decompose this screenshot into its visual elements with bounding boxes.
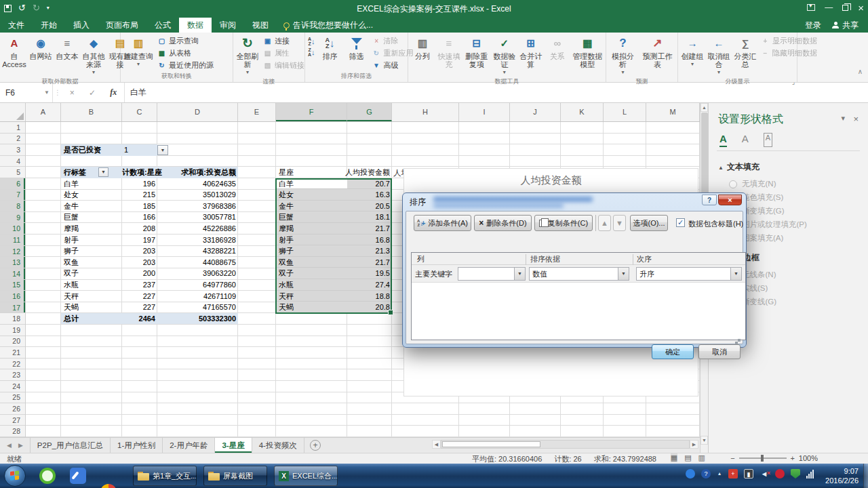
pivot-row[interactable]: 天蝎22747165570: [61, 302, 238, 313]
redcross-tray-icon[interactable]: +: [728, 469, 738, 479]
ribbon-button-自其他来源[interactable]: 自其他来源▾: [81, 34, 106, 77]
delete-condition-button[interactable]: × 删除条件(D): [474, 215, 532, 231]
row-header-22[interactable]: 22: [0, 359, 25, 370]
pane-options-icon[interactable]: ▾: [841, 114, 845, 123]
pivot-row[interactable]: 射手19733186928: [61, 235, 238, 246]
column-header-G[interactable]: G: [347, 103, 392, 121]
collapse-ribbon-icon[interactable]: ∧: [858, 68, 863, 75]
ribbon-button-自 Access[interactable]: 自 Access: [1, 34, 27, 69]
row-header-28[interactable]: 28: [0, 426, 25, 437]
ribbon-button-关系[interactable]: 关系: [545, 34, 570, 61]
row-header-14[interactable]: 14: [0, 268, 25, 280]
hscroll-track[interactable]: [441, 440, 690, 449]
keyword-dropdown[interactable]: ▼: [458, 267, 526, 281]
ribbon-button-重新应用[interactable]: 重新应用: [370, 47, 415, 59]
dialog-help-button[interactable]: ?: [702, 195, 717, 205]
ribbon-button-属性[interactable]: 属性: [261, 47, 306, 59]
pivot-row[interactable]: 双鱼20344088675: [61, 257, 238, 268]
row-header-1[interactable]: 1: [0, 122, 25, 134]
sheet-tab-P2P_用户信息汇总[interactable]: P2P_用户信息汇总: [30, 438, 111, 453]
row-header-8[interactable]: 8: [0, 201, 25, 212]
column-header-J[interactable]: J: [510, 103, 561, 121]
zoom-out-icon[interactable]: −: [730, 454, 734, 462]
avg-row[interactable]: 双鱼21.7: [276, 257, 392, 268]
ribbon-button-从表格[interactable]: 从表格: [155, 47, 215, 59]
ribbon-tab-开始[interactable]: 开始: [33, 18, 65, 33]
paw-tray-icon[interactable]: [686, 469, 695, 479]
minimize-button[interactable]: —: [825, 3, 833, 12]
ribbon-button-自文本[interactable]: 自文本: [54, 34, 80, 61]
sign-in-button[interactable]: 登录: [805, 20, 821, 31]
column-header-A[interactable]: A: [26, 103, 61, 121]
row-header-15[interactable]: 15: [0, 280, 25, 291]
order-dropdown[interactable]: 升序 ▼: [636, 267, 742, 281]
row-header-24[interactable]: 24: [0, 381, 25, 392]
ribbon-button-排序[interactable]: AZ↓排序: [317, 34, 343, 61]
close-button[interactable]: ×: [858, 2, 864, 14]
signal-tray-icon[interactable]: [806, 470, 814, 479]
move-down-button[interactable]: ▼: [613, 215, 626, 231]
text-fill-tab-icon[interactable]: A: [719, 133, 727, 147]
row-header-5[interactable]: 5: [0, 167, 25, 178]
ribbon-display-options-icon[interactable]: [807, 4, 815, 11]
next-sheet-icon[interactable]: ▶: [18, 442, 23, 449]
column-header-K[interactable]: K: [561, 103, 604, 121]
pivot-row[interactable]: 天秤22742671109: [61, 291, 238, 302]
row-header-25[interactable]: 25: [0, 392, 25, 404]
column-header-I[interactable]: I: [459, 103, 510, 121]
ribbon-button-合并计算[interactable]: 合并计算: [518, 34, 544, 69]
row-header-7[interactable]: 7: [0, 190, 25, 201]
scroll-left-icon[interactable]: ◀: [432, 440, 441, 449]
sheet-tab-1-用户性别[interactable]: 1-用户性别: [111, 438, 163, 453]
chart-title[interactable]: 人均投资金额: [404, 174, 698, 187]
cancel-entry-icon[interactable]: ×: [70, 88, 75, 98]
row-header-6[interactable]: 6: [0, 178, 25, 190]
blue-notes-icon[interactable]: [70, 468, 86, 484]
prev-sheet-icon[interactable]: ◀: [7, 442, 12, 449]
ribbon-button-删除重复项[interactable]: 删除重复项: [462, 34, 491, 69]
pane-close-icon[interactable]: ×: [853, 114, 859, 124]
scroll-down-icon[interactable]: ▼: [701, 436, 708, 445]
ribbon-button-清除[interactable]: 清除: [370, 35, 415, 47]
row-header-2[interactable]: 2: [0, 134, 25, 145]
pivot-row[interactable]: 水瓶23764977860: [61, 279, 238, 291]
ribbon-button-全部刷新[interactable]: 全部刷新▾: [235, 34, 260, 77]
row-header-17[interactable]: 17: [0, 302, 25, 314]
row-header-23[interactable]: 23: [0, 369, 25, 381]
start-button[interactable]: [4, 465, 26, 487]
column-header-B[interactable]: B: [61, 103, 122, 121]
new-sheet-button[interactable]: +: [310, 440, 321, 451]
normal-view-icon[interactable]: ▦: [671, 453, 677, 462]
avg-row[interactable]: 天秤18.8: [276, 291, 392, 302]
avg-row[interactable]: 狮子21.3: [276, 245, 392, 257]
zoom-level[interactable]: 100%: [799, 454, 818, 462]
text-effects-tab-icon[interactable]: A: [742, 133, 749, 147]
ribbon-tab-插入[interactable]: 插入: [65, 18, 98, 33]
ribbon-button-编辑链接[interactable]: 编辑链接: [261, 60, 306, 71]
pivot-row[interactable]: 金牛18537968386: [61, 201, 238, 212]
row-header-12[interactable]: 12: [0, 246, 25, 258]
row-header-19[interactable]: 19: [0, 325, 25, 336]
move-up-button[interactable]: ▲: [598, 215, 611, 231]
pane-option-无填充(N)[interactable]: 无填充(N): [729, 179, 776, 189]
ribbon-tab-数据[interactable]: 数据: [179, 18, 212, 33]
average-table[interactable]: 星座人均投资金额白羊20.7处女16.3金牛20.5巨蟹18.1摩羯21.7射手…: [276, 167, 392, 313]
dialog-launcher-icon[interactable]: ⌟: [792, 78, 795, 87]
has-headers-checkbox[interactable]: ✓: [676, 218, 685, 227]
ribbon-tab-页面布局[interactable]: 页面布局: [98, 18, 146, 33]
row-header-9[interactable]: 9: [0, 212, 25, 224]
avg-row[interactable]: 双子19.5: [276, 268, 392, 279]
copy-condition-button[interactable]: 复制条件(C): [534, 215, 593, 231]
ribbon-button-升序[interactable]: AZ↓: [307, 37, 317, 46]
help-tray-icon[interactable]: ?: [701, 469, 711, 479]
ribbon-button-快速填充[interactable]: 快速填充: [436, 34, 462, 69]
sheet-tab-3-星座[interactable]: 3-星座: [215, 438, 252, 453]
expand-tray-icon[interactable]: ▴: [717, 469, 722, 479]
confirm-entry-icon[interactable]: ✓: [89, 88, 96, 98]
column-header-D[interactable]: D: [157, 103, 238, 121]
green-browser-icon[interactable]: [39, 468, 56, 484]
ribbon-button-降序[interactable]: ZA↓: [307, 47, 317, 57]
pivot-row[interactable]: 处女21535013029: [61, 189, 238, 201]
taskbar-window-屏幕截图[interactable]: 屏幕截图: [203, 466, 267, 486]
row-header-10[interactable]: 10: [0, 223, 25, 235]
